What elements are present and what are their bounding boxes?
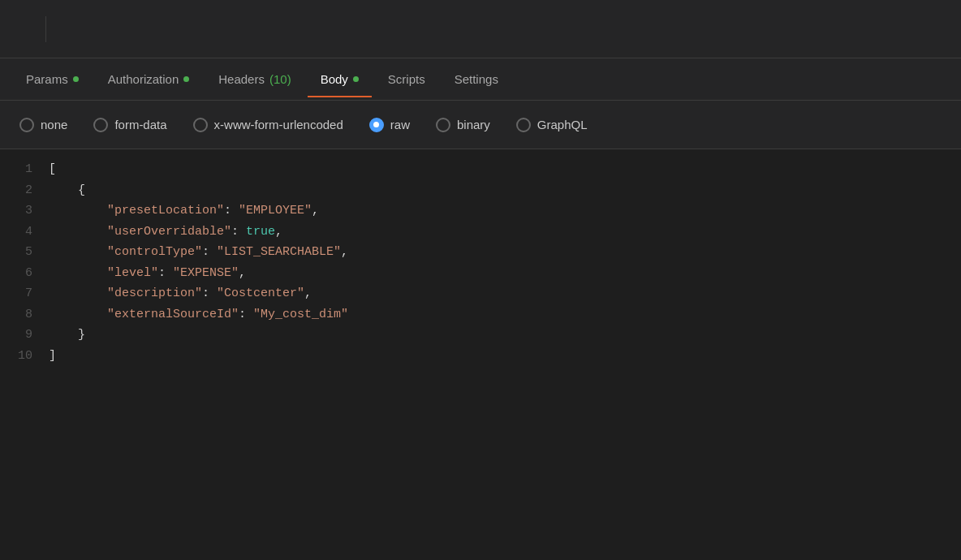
- code-line-7: "description": "Costcenter",: [49, 283, 955, 304]
- radio-label-form-data: form-data: [114, 118, 166, 131]
- tab-headers[interactable]: Headers(10): [205, 61, 304, 97]
- tab-body[interactable]: Body: [308, 61, 372, 97]
- tab-dot-params: [73, 76, 79, 82]
- body-type-options: noneform-datax-www-form-urlencodedrawbin…: [0, 101, 961, 149]
- code-line-3: "presetLocation": "EMPLOYEE",: [49, 200, 955, 222]
- radio-circle-raw: [369, 118, 384, 132]
- tab-label-authorization: Authorization: [108, 72, 179, 86]
- radio-binary[interactable]: binary: [436, 118, 490, 132]
- radio-label-none: none: [41, 118, 67, 131]
- tab-settings[interactable]: Settings: [442, 61, 511, 97]
- tab-dot-body: [353, 76, 359, 82]
- radio-label-x-www-form-urlencoded: x-www-form-urlencoded: [214, 118, 343, 131]
- radio-form-data[interactable]: form-data: [93, 118, 166, 132]
- code-line-10: ]: [49, 346, 955, 367]
- tab-label-scripts: Scripts: [388, 72, 425, 86]
- code-line-1: [: [49, 159, 955, 180]
- tab-params[interactable]: Params: [13, 61, 92, 97]
- radio-label-binary: binary: [457, 118, 490, 131]
- code-line-9: }: [49, 325, 955, 346]
- tab-scripts[interactable]: Scripts: [375, 61, 438, 97]
- tab-dot-authorization: [183, 76, 189, 82]
- radio-x-www-form-urlencoded[interactable]: x-www-form-urlencoded: [193, 118, 343, 132]
- tab-count-headers: (10): [269, 72, 291, 86]
- code-content: [ { "presetLocation": "EMPLOYEE", "userO…: [42, 159, 961, 550]
- line-number-6: 6: [10, 263, 32, 284]
- radio-graphql[interactable]: GraphQL: [516, 118, 588, 132]
- tab-label-params: Params: [26, 72, 68, 86]
- code-line-8: "externalSourceId": "My_cost_dim": [49, 304, 955, 325]
- line-number-3: 3: [10, 200, 32, 222]
- radio-label-graphql: GraphQL: [537, 118, 588, 131]
- radio-raw[interactable]: raw: [369, 118, 410, 132]
- tabs-bar: ParamsAuthorizationHeaders(10)BodyScript…: [0, 58, 961, 101]
- code-line-6: "level": "EXPENSE",: [49, 263, 955, 284]
- code-line-4: "userOverridable": true,: [49, 222, 955, 243]
- tab-label-settings: Settings: [455, 72, 498, 86]
- url-divider: [45, 16, 46, 42]
- url-bar: [0, 0, 961, 58]
- tab-authorization[interactable]: Authorization: [95, 61, 203, 97]
- radio-circle-x-www-form-urlencoded: [193, 118, 208, 132]
- radio-none[interactable]: none: [19, 118, 67, 132]
- radio-label-raw: raw: [390, 118, 410, 131]
- line-number-10: 10: [10, 346, 32, 367]
- method-selector[interactable]: [13, 24, 36, 34]
- radio-circle-graphql: [516, 118, 531, 132]
- line-numbers: 12345678910: [0, 159, 42, 550]
- line-number-1: 1: [10, 159, 32, 180]
- radio-circle-form-data: [93, 118, 108, 132]
- line-number-8: 8: [10, 304, 32, 325]
- line-number-4: 4: [10, 222, 32, 243]
- line-number-9: 9: [10, 325, 32, 346]
- line-number-2: 2: [10, 180, 32, 201]
- tab-label-headers: Headers: [218, 72, 265, 86]
- radio-circle-none: [19, 118, 34, 132]
- line-number-5: 5: [10, 242, 32, 263]
- radio-circle-binary: [436, 118, 450, 132]
- code-editor[interactable]: 12345678910 [ { "presetLocation": "EMPLO…: [0, 149, 961, 560]
- line-number-7: 7: [10, 283, 32, 304]
- code-line-5: "controlType": "LIST_SEARCHABLE",: [49, 242, 955, 263]
- tab-label-body: Body: [321, 72, 348, 86]
- code-line-2: {: [49, 180, 955, 201]
